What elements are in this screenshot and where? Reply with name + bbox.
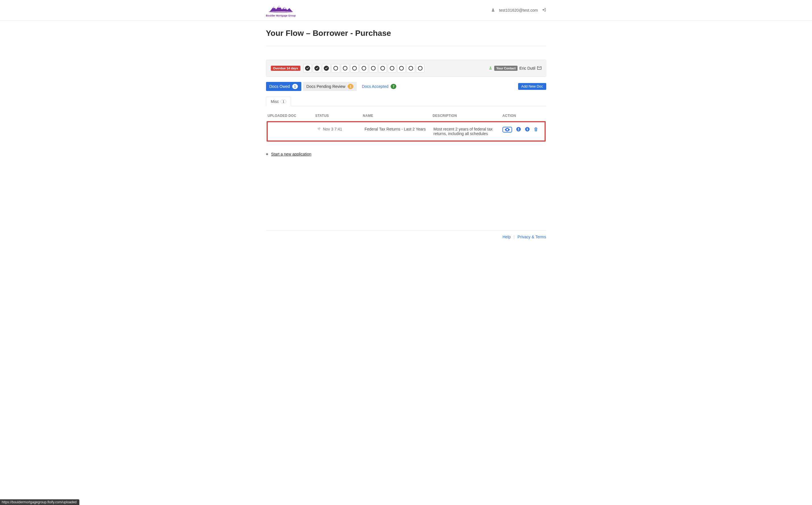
user-email[interactable]: test101620@test.com <box>499 8 538 12</box>
cell-name: Federal Tax Returns - Last 2 Years <box>362 123 430 140</box>
view-icon[interactable] <box>503 127 512 133</box>
milestone-step[interactable] <box>341 64 350 72</box>
brand-name: Boulder Mortgage Group <box>266 14 296 17</box>
milestone-step[interactable] <box>378 64 387 72</box>
contact-badge: Your Contact <box>494 66 518 71</box>
overdue-badge: Overdue 14 days <box>271 66 300 71</box>
tab-label: Docs Owed <box>269 84 290 89</box>
add-new-doc-button[interactable]: Add New Doc <box>518 83 546 90</box>
count-badge: 1 <box>348 84 353 89</box>
logout-icon[interactable] <box>542 8 546 13</box>
milestone-step[interactable] <box>313 64 321 72</box>
status-panel: Overdue 14 days Your Contact Eric Dutil <box>266 60 546 77</box>
subtab-misc[interactable]: Misc 1 <box>266 97 291 106</box>
svg-point-7 <box>493 9 494 10</box>
tab-label: Docs Pending Review <box>306 84 346 89</box>
milestone-step[interactable] <box>407 64 415 72</box>
milestone-step[interactable] <box>322 64 330 72</box>
brand-logo[interactable]: Boulder Mortgage Group <box>266 3 296 17</box>
cell-status: Nov 3 7:41 <box>315 123 362 140</box>
milestone-step[interactable] <box>388 64 396 72</box>
col-name: NAME <box>362 111 431 121</box>
tab-label: Docs Accepted <box>362 84 388 89</box>
envelope-icon[interactable] <box>537 66 541 70</box>
milestone-step[interactable] <box>303 64 312 72</box>
mountain-logo-icon <box>268 3 294 14</box>
upload-icon[interactable] <box>525 127 530 133</box>
tab-docs-pending[interactable]: Docs Pending Review 1 <box>303 82 357 91</box>
footer-privacy-link[interactable]: Privacy & Terms <box>518 234 546 239</box>
subtab-count: 1 <box>281 100 286 104</box>
footer-help-link[interactable]: Help <box>503 234 511 239</box>
svg-marker-5 <box>278 6 280 8</box>
col-action: ACTION <box>501 111 546 121</box>
plus-icon: + <box>266 152 268 156</box>
divider <box>266 46 546 46</box>
status-text: Nov 3 7:41 <box>323 127 342 131</box>
documents-table: UPLOADED DOC STATUS NAME DESCRIPTION ACT… <box>266 110 546 142</box>
cell-uploaded <box>268 123 315 140</box>
top-bar: Boulder Mortgage Group test101620@test.c… <box>0 0 812 21</box>
milestone-row <box>303 64 424 72</box>
page-title: Your Flow – Borrower - Purchase <box>266 29 546 38</box>
tab-docs-accepted[interactable]: Docs Accepted 7 <box>359 82 400 91</box>
trash-icon[interactable] <box>534 127 538 133</box>
milestone-step[interactable] <box>369 64 378 72</box>
milestone-step[interactable] <box>331 64 340 72</box>
milestone-step[interactable] <box>416 64 424 72</box>
milestone-step[interactable] <box>397 64 406 72</box>
svg-point-8 <box>490 66 491 68</box>
table-row[interactable]: Nov 3 7:41 Federal Tax Returns - Last 2 … <box>268 123 544 140</box>
count-badge: 7 <box>391 84 396 89</box>
contact-area: Your Contact Eric Dutil <box>489 66 541 71</box>
col-uploaded: UPLOADED DOC <box>267 111 313 121</box>
cell-actions <box>500 123 544 140</box>
cell-description: Most recent 2 years of federal tax retur… <box>431 123 499 140</box>
user-icon <box>491 8 495 13</box>
footer: Help | Privacy & Terms <box>266 230 546 246</box>
doc-tabs-row: Docs Owed 1 Docs Pending Review 1 Docs A… <box>266 82 546 91</box>
col-status: STATUS <box>314 111 361 121</box>
subtab-row: Misc 1 <box>266 97 546 106</box>
count-badge: 1 <box>292 84 298 89</box>
tab-docs-owed[interactable]: Docs Owed 1 <box>266 82 301 91</box>
milestone-step[interactable] <box>350 64 359 72</box>
download-icon[interactable] <box>516 127 521 133</box>
contact-name[interactable]: Eric Dutil <box>519 66 535 70</box>
start-new-application[interactable]: + Start a new application <box>266 152 546 156</box>
person-icon <box>489 66 493 71</box>
thumb-tack-icon <box>317 127 321 131</box>
col-desc: DESCRIPTION <box>432 111 501 121</box>
user-menu: test101620@test.com <box>491 8 546 13</box>
subtab-label: Misc <box>271 99 279 104</box>
milestone-step[interactable] <box>360 64 368 72</box>
start-new-application-link[interactable]: Start a new application <box>271 152 311 156</box>
